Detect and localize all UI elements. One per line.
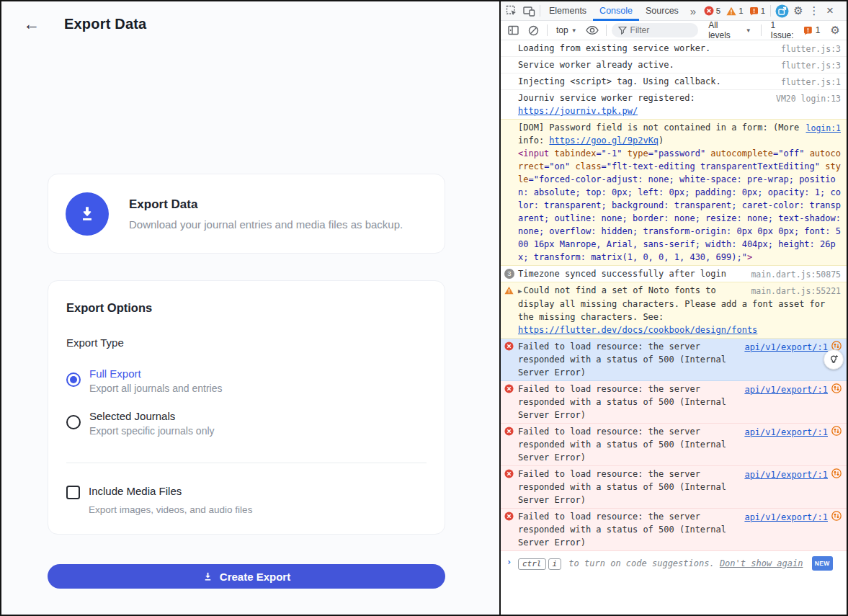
divider — [547, 24, 548, 36]
issues-count-badge[interactable]: 1 — [749, 6, 765, 16]
export-options-card: Export Options Export Type Full Export E… — [48, 280, 445, 535]
console-toolbar: top ▼ All levels ▼ 1 Issue: 1 ⚙ — [501, 21, 847, 40]
warning-icon — [504, 285, 514, 298]
export-summary-subtitle: Download your journal entries and media … — [129, 218, 403, 231]
inspect-element-icon[interactable] — [503, 2, 520, 19]
new-badge: NEW — [812, 556, 833, 571]
app-window: ← Export Data Export Data Download your … — [0, 0, 848, 616]
live-expression-eye-icon[interactable] — [584, 22, 601, 39]
divider — [761, 24, 762, 36]
include-media-sublabel: Export images, videos, and audio files — [89, 504, 427, 515]
page-content: Export Data Download your journal entrie… — [48, 174, 445, 589]
tab-console[interactable]: Console — [593, 1, 639, 21]
export-endpoint-link[interactable]: api/v1/export/:1 — [744, 511, 828, 524]
overflow-menu-icon[interactable]: ⋮ — [806, 4, 822, 17]
flutter-fonts-link[interactable]: https://flutter.dev/docs/cookbook/design… — [518, 325, 757, 335]
i-key: i — [548, 558, 562, 570]
error-row-hovered: Failed to load resource: the server resp… — [501, 339, 847, 381]
source-location[interactable]: VM20 login:13 — [776, 92, 841, 105]
more-info-link[interactable]: https://goo.gl/9p2vKq — [549, 135, 659, 146]
devtools-panel: Elements Console Sources » 5 1 1 ⚙ ⋮ × — [499, 1, 847, 615]
log-row: Injecting <script> tag. Using callback. … — [501, 73, 847, 90]
export-endpoint-link[interactable]: api/v1/export/:1 — [744, 468, 828, 481]
close-devtools-icon[interactable]: × — [822, 4, 838, 18]
radio-full-export[interactable]: Full Export Export all journals and entr… — [66, 367, 427, 394]
ai-explain-error-button[interactable] — [824, 349, 844, 370]
divider — [606, 24, 607, 36]
funnel-icon — [618, 26, 627, 35]
chevron-down-icon: ▼ — [571, 27, 577, 34]
console-sidebar-icon[interactable] — [504, 22, 522, 39]
tab-sources[interactable]: Sources — [639, 1, 685, 21]
context-selector[interactable]: top ▼ — [553, 25, 581, 35]
create-export-label: Create Export — [220, 571, 290, 583]
source-location[interactable]: main.dart.js:50875 — [751, 268, 841, 281]
log-row: Service worker already active. flutter.j… — [501, 57, 847, 73]
log-levels-dropdown[interactable]: All levels ▼ — [704, 20, 755, 40]
export-summary-card: Export Data Download your journal entrie… — [48, 174, 445, 254]
radio-button-checked[interactable] — [66, 372, 81, 387]
export-endpoint-link[interactable]: api/v1/export/:1 — [744, 426, 828, 439]
error-count-badge[interactable]: 5 — [704, 6, 720, 16]
full-export-sublabel: Export all journals and entries — [89, 383, 222, 394]
back-button[interactable]: ← — [23, 16, 40, 32]
options-divider — [66, 463, 427, 463]
filter-box[interactable] — [612, 23, 699, 37]
dont-show-again-link[interactable]: Don't show again — [720, 558, 803, 568]
console-prompt[interactable]: › ctrli to turn on code suggestions. Don… — [501, 551, 847, 576]
create-export-button[interactable]: Create Export — [48, 564, 445, 589]
export-data-page: ← Export Data Export Data Download your … — [1, 1, 499, 615]
download-icon — [202, 571, 213, 582]
chevron-down-icon: ▼ — [746, 27, 751, 34]
error-row: Failed to load resource: the server resp… — [501, 424, 847, 466]
warning-icon — [726, 6, 736, 16]
source-location[interactable]: login:1 — [806, 122, 841, 135]
settings-gear-icon[interactable]: ⚙ — [790, 4, 806, 17]
source-location[interactable]: flutter.js:3 — [781, 43, 841, 55]
device-toolbar-icon[interactable] — [520, 2, 537, 19]
dom-password-warning-row: [DOM] Password field is not contained in… — [501, 119, 847, 266]
download-circle-icon — [66, 192, 109, 236]
export-type-label: Export Type — [66, 336, 427, 349]
radio-button-unchecked[interactable] — [66, 415, 81, 429]
more-tabs-icon[interactable]: » — [685, 5, 701, 17]
error-row: Failed to load resource: the server resp… — [501, 381, 847, 424]
log-row: Journiv service worker registered: https… — [501, 90, 847, 120]
prompt-chevron-icon: › — [506, 556, 512, 568]
source-location[interactable]: flutter.js:3 — [781, 59, 841, 72]
dock-side-icon[interactable] — [773, 2, 790, 19]
console-log: Loading from existing service worker. fl… — [501, 40, 847, 615]
include-media-row[interactable]: Include Media Files — [66, 485, 427, 499]
warning-count-badge[interactable]: 1 — [726, 6, 743, 16]
export-endpoint-link[interactable]: api/v1/export/:1 — [744, 341, 828, 354]
network-request-icon[interactable] — [831, 426, 842, 439]
network-request-icon[interactable] — [831, 511, 842, 525]
expand-triangle-icon[interactable]: ▶ — [518, 287, 522, 295]
filter-input[interactable] — [630, 25, 688, 35]
error-icon — [504, 384, 514, 397]
error-icon — [504, 512, 514, 525]
full-export-label: Full Export — [89, 367, 222, 380]
console-settings-gear-icon[interactable]: ⚙ — [827, 24, 843, 37]
divider — [770, 5, 771, 17]
media-checkbox[interactable] — [66, 486, 80, 499]
radio-selected-journals[interactable]: Selected Journals Export specific journa… — [66, 410, 427, 437]
error-icon — [504, 469, 514, 482]
repeat-count-badge: 3 — [504, 269, 514, 279]
error-icon — [704, 6, 714, 16]
issues-chip[interactable]: 1 Issue: 1 — [767, 20, 825, 40]
clear-console-icon[interactable] — [525, 22, 542, 39]
network-request-icon[interactable] — [831, 383, 842, 397]
noto-fonts-warning-row: ▶Could not find a set of Noto fonts to d… — [501, 282, 847, 339]
network-request-icon[interactable] — [831, 468, 842, 482]
issue-icon — [803, 26, 813, 35]
export-endpoint-link[interactable]: api/v1/export/:1 — [744, 383, 828, 396]
export-options-title: Export Options — [66, 301, 427, 315]
error-row: Failed to load resource: the server resp… — [501, 509, 847, 551]
tab-elements[interactable]: Elements — [543, 1, 593, 21]
source-location[interactable]: flutter.js:1 — [781, 76, 841, 89]
error-icon — [504, 342, 514, 354]
service-worker-link[interactable]: https://journiv.tpk.pw/ — [518, 106, 638, 116]
source-location[interactable]: main.dart.js:55221 — [751, 285, 841, 298]
page-header: ← Export Data — [1, 1, 499, 32]
